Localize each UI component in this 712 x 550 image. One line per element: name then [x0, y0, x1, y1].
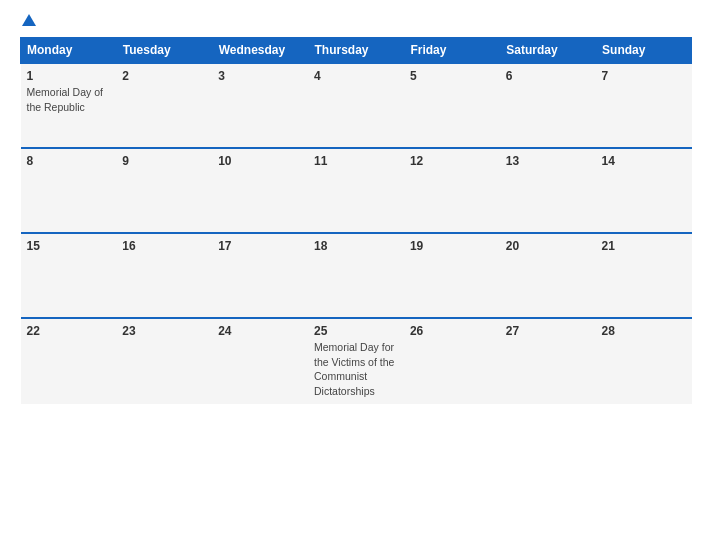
calendar-day-cell: 3	[212, 63, 308, 148]
calendar-week-row: 15161718192021	[21, 233, 692, 318]
day-number: 16	[122, 239, 206, 253]
calendar-container: MondayTuesdayWednesdayThursdayFridaySatu…	[0, 0, 712, 550]
day-number: 15	[27, 239, 111, 253]
day-number: 22	[27, 324, 111, 338]
calendar-tbody: 1Memorial Day of the Republic23456789101…	[21, 63, 692, 404]
calendar-header	[20, 15, 692, 27]
weekday-header-cell: Sunday	[596, 38, 692, 64]
day-number: 24	[218, 324, 302, 338]
calendar-day-cell: 17	[212, 233, 308, 318]
logo-triangle-icon	[22, 14, 36, 26]
calendar-day-cell: 10	[212, 148, 308, 233]
calendar-day-cell: 14	[596, 148, 692, 233]
day-number: 10	[218, 154, 302, 168]
calendar-day-cell: 12	[404, 148, 500, 233]
calendar-day-cell: 26	[404, 318, 500, 404]
calendar-day-cell: 27	[500, 318, 596, 404]
day-number: 26	[410, 324, 494, 338]
weekday-header-cell: Monday	[21, 38, 117, 64]
weekday-header-cell: Friday	[404, 38, 500, 64]
calendar-day-cell: 4	[308, 63, 404, 148]
day-number: 28	[602, 324, 686, 338]
day-number: 3	[218, 69, 302, 83]
day-number: 20	[506, 239, 590, 253]
calendar-day-cell: 5	[404, 63, 500, 148]
day-number: 18	[314, 239, 398, 253]
event-text: Memorial Day of the Republic	[27, 86, 103, 113]
day-number: 23	[122, 324, 206, 338]
calendar-day-cell: 15	[21, 233, 117, 318]
calendar-day-cell: 16	[116, 233, 212, 318]
calendar-thead: MondayTuesdayWednesdayThursdayFridaySatu…	[21, 38, 692, 64]
calendar-week-row: 891011121314	[21, 148, 692, 233]
calendar-day-cell: 22	[21, 318, 117, 404]
day-number: 25	[314, 324, 398, 338]
calendar-table: MondayTuesdayWednesdayThursdayFridaySatu…	[20, 37, 692, 404]
calendar-day-cell: 7	[596, 63, 692, 148]
calendar-day-cell: 6	[500, 63, 596, 148]
day-number: 19	[410, 239, 494, 253]
day-number: 6	[506, 69, 590, 83]
day-number: 1	[27, 69, 111, 83]
day-number: 14	[602, 154, 686, 168]
weekday-header-cell: Wednesday	[212, 38, 308, 64]
weekday-header-row: MondayTuesdayWednesdayThursdayFridaySatu…	[21, 38, 692, 64]
day-number: 4	[314, 69, 398, 83]
day-number: 9	[122, 154, 206, 168]
calendar-day-cell: 24	[212, 318, 308, 404]
calendar-day-cell: 21	[596, 233, 692, 318]
calendar-day-cell: 28	[596, 318, 692, 404]
calendar-week-row: 22232425Memorial Day for the Victims of …	[21, 318, 692, 404]
event-text: Memorial Day for the Victims of the Comm…	[314, 341, 394, 397]
calendar-day-cell: 25Memorial Day for the Victims of the Co…	[308, 318, 404, 404]
calendar-day-cell: 23	[116, 318, 212, 404]
day-number: 8	[27, 154, 111, 168]
calendar-day-cell: 1Memorial Day of the Republic	[21, 63, 117, 148]
calendar-day-cell: 19	[404, 233, 500, 318]
calendar-week-row: 1Memorial Day of the Republic234567	[21, 63, 692, 148]
day-number: 5	[410, 69, 494, 83]
calendar-day-cell: 20	[500, 233, 596, 318]
weekday-header-cell: Tuesday	[116, 38, 212, 64]
calendar-day-cell: 11	[308, 148, 404, 233]
calendar-day-cell: 2	[116, 63, 212, 148]
calendar-day-cell: 8	[21, 148, 117, 233]
day-number: 17	[218, 239, 302, 253]
logo	[20, 15, 36, 27]
calendar-day-cell: 13	[500, 148, 596, 233]
weekday-header-cell: Saturday	[500, 38, 596, 64]
calendar-day-cell: 18	[308, 233, 404, 318]
day-number: 7	[602, 69, 686, 83]
day-number: 2	[122, 69, 206, 83]
day-number: 27	[506, 324, 590, 338]
day-number: 11	[314, 154, 398, 168]
weekday-header-cell: Thursday	[308, 38, 404, 64]
day-number: 21	[602, 239, 686, 253]
day-number: 12	[410, 154, 494, 168]
day-number: 13	[506, 154, 590, 168]
calendar-day-cell: 9	[116, 148, 212, 233]
